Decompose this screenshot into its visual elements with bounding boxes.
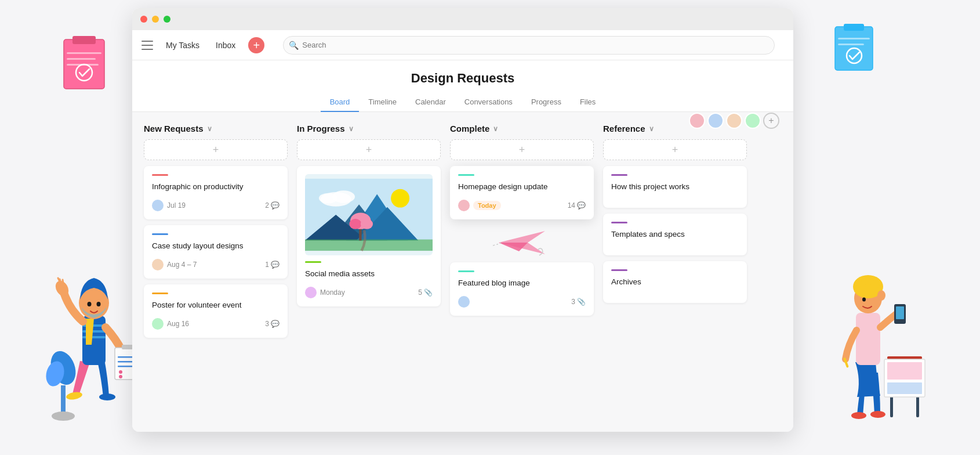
- hamburger-menu[interactable]: [141, 41, 153, 50]
- column-header-new-requests: New Requests ∨: [144, 124, 288, 133]
- add-card-complete[interactable]: +: [450, 139, 594, 160]
- card-meta: [458, 296, 470, 308]
- card-social-media[interactable]: Social media assets Monday 5📎: [297, 166, 441, 306]
- avatar-2[interactable]: [707, 113, 724, 129]
- paper-plane-decor: [450, 225, 594, 260]
- svg-point-62: [361, 219, 373, 229]
- svg-rect-58: [305, 240, 433, 251]
- add-card-reference[interactable]: +: [603, 139, 747, 160]
- avatar-4[interactable]: [745, 113, 761, 129]
- column-reference: Reference ∨ + How this project works Tem…: [603, 124, 747, 422]
- card-meta: Aug 16: [152, 318, 189, 330]
- column-title-complete: Complete: [450, 124, 489, 133]
- traffic-light-yellow[interactable]: [152, 16, 159, 23]
- my-tasks-link[interactable]: My Tasks: [162, 38, 203, 52]
- card-comment-count: 2💬: [265, 201, 280, 210]
- member-avatars: +: [689, 113, 779, 129]
- card-case-study[interactable]: Case study layout designs Aug 4 – 7 1💬: [144, 225, 288, 279]
- card-title: How this project works: [611, 182, 739, 193]
- card-avatar: [152, 200, 164, 211]
- card-meta: Monday: [305, 287, 345, 298]
- card-homepage[interactable]: Homepage design update Today 14💬: [450, 166, 594, 219]
- chevron-reference[interactable]: ∨: [649, 125, 654, 133]
- card-avatar: [305, 287, 317, 298]
- board-area: New Requests ∨ + Infographic on producti…: [132, 112, 793, 432]
- card-title: Featured blog image: [458, 278, 586, 289]
- card-meta: Jul 19: [152, 200, 186, 211]
- app-window: My Tasks Inbox + 🔍 Design Requests + Boa…: [132, 8, 793, 432]
- column-header-in-progress: In Progress ∨: [297, 124, 441, 133]
- card-title: Homepage design update: [458, 182, 586, 193]
- card-comment-count: 3💬: [265, 320, 280, 328]
- card-image: [305, 174, 433, 255]
- add-button[interactable]: +: [248, 37, 264, 53]
- card-date: Aug 16: [167, 320, 189, 328]
- tab-timeline[interactable]: Timeline: [359, 93, 406, 112]
- card-archives[interactable]: Archives: [603, 261, 747, 303]
- tab-calendar[interactable]: Calendar: [406, 93, 455, 112]
- card-accent: [152, 233, 168, 235]
- card-date: Monday: [320, 288, 345, 297]
- svg-marker-64: [499, 243, 528, 251]
- tab-files[interactable]: Files: [571, 93, 605, 112]
- card-accent: [611, 269, 627, 271]
- tab-conversations[interactable]: Conversations: [455, 93, 522, 112]
- card-accent: [152, 174, 168, 176]
- tab-progress[interactable]: Progress: [522, 93, 571, 112]
- traffic-light-green[interactable]: [164, 16, 170, 23]
- svg-point-61: [349, 219, 361, 229]
- card-attachment-count: 5📎: [418, 288, 433, 297]
- card-title: Templates and specs: [611, 229, 739, 240]
- inbox-link[interactable]: Inbox: [212, 38, 239, 52]
- project-header: Design Requests + Board Timeline Calenda…: [132, 60, 793, 112]
- column-header-complete: Complete ∨: [450, 124, 594, 133]
- card-avatar: [458, 296, 470, 308]
- card-footer: Aug 16 3💬: [152, 318, 280, 330]
- card-accent: [611, 222, 627, 223]
- card-avatar: [458, 200, 470, 211]
- card-accent: [305, 261, 321, 263]
- add-card-in-progress[interactable]: +: [297, 139, 441, 160]
- project-tabs: Board Timeline Calendar Conversations Pr…: [132, 93, 793, 111]
- today-badge: Today: [473, 201, 501, 210]
- card-date: Jul 19: [167, 201, 186, 210]
- column-title-reference: Reference: [603, 124, 645, 133]
- chevron-in-progress[interactable]: ∨: [349, 125, 354, 133]
- search-input[interactable]: [283, 36, 775, 55]
- traffic-light-red[interactable]: [140, 16, 147, 23]
- card-comment-count: 1💬: [265, 261, 280, 269]
- card-featured-blog[interactable]: Featured blog image 3📎: [450, 262, 594, 316]
- card-footer: Aug 4 – 7 1💬: [152, 259, 280, 270]
- card-footer: 3📎: [458, 296, 586, 308]
- card-accent: [458, 270, 474, 272]
- column-title-new-requests: New Requests: [144, 124, 204, 133]
- search-icon: 🔍: [289, 41, 299, 50]
- card-accent: [152, 292, 168, 294]
- project-title: Design Requests: [132, 71, 793, 86]
- card-title: Case study layout designs: [152, 241, 280, 252]
- card-templates-specs[interactable]: Templates and specs: [603, 214, 747, 255]
- column-complete: Complete ∨ + Homepage design update Toda…: [450, 124, 594, 422]
- top-nav: My Tasks Inbox + 🔍: [132, 30, 793, 60]
- add-member-button[interactable]: +: [763, 113, 779, 129]
- card-title: Poster for volunteer event: [152, 300, 280, 311]
- card-avatar: [152, 318, 164, 330]
- avatar-1[interactable]: [689, 113, 705, 129]
- card-poster[interactable]: Poster for volunteer event Aug 16 3💬: [144, 284, 288, 338]
- card-date: Aug 4 – 7: [167, 261, 197, 269]
- title-bar: [132, 8, 793, 30]
- avatar-3[interactable]: [726, 113, 742, 129]
- card-attachment-count: 3📎: [571, 298, 586, 306]
- card-meta: Aug 4 – 7: [152, 259, 197, 270]
- card-footer: Jul 19 2💬: [152, 200, 280, 211]
- card-title: Social media assets: [305, 269, 433, 280]
- add-card-new-requests[interactable]: +: [144, 139, 288, 160]
- card-comment-count: 14💬: [568, 201, 586, 210]
- chevron-complete[interactable]: ∨: [493, 125, 498, 133]
- chevron-new-requests[interactable]: ∨: [207, 125, 212, 133]
- card-how-project-works[interactable]: How this project works: [603, 166, 747, 208]
- card-footer: Monday 5📎: [305, 287, 433, 298]
- card-infographic[interactable]: Infographic on productivity Jul 19 2💬: [144, 166, 288, 219]
- tab-board[interactable]: Board: [321, 93, 360, 112]
- card-accent: [611, 174, 627, 176]
